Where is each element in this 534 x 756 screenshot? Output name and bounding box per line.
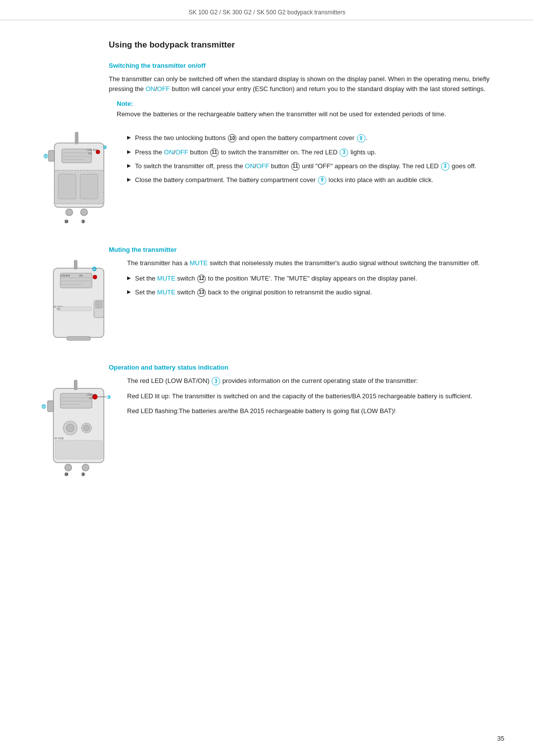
- svg-point-52: [65, 464, 72, 471]
- device-svg-1: ⑪ ③ ⑩ ⑨ LOW BAT ON: [40, 128, 116, 232]
- section1-title: Switching the transmitter on/off: [109, 62, 494, 69]
- svg-rect-33: [74, 260, 77, 269]
- svg-text:⑪: ⑪: [44, 154, 48, 159]
- section3-line1: Red LED lit up: The transmitter is switc…: [127, 391, 494, 401]
- svg-rect-7: [58, 174, 76, 199]
- svg-rect-45: [47, 401, 53, 412]
- section1-intro: The transmitter can only be switched off…: [109, 74, 494, 94]
- device-image-1: ⑪ ③ ⑩ ⑨ LOW BAT ON: [40, 128, 121, 232]
- svg-text:⑩: ⑩: [64, 219, 68, 224]
- main-title: Using the bodypack transmitter: [109, 40, 494, 50]
- arrow-icon: ▶: [127, 134, 131, 142]
- bullet-item: ▶ Press the ON/OFF button 11 to switch t…: [127, 147, 494, 157]
- section3-intro: The red LED (LOW BAT/ON) 3 provides info…: [127, 376, 494, 386]
- num-11b: 11: [291, 162, 300, 171]
- section2-intro: The transmitter has a MUTE switch that n…: [127, 258, 494, 268]
- bullet-item: ▶ Press the two unlocking buttons 10 and…: [127, 133, 494, 143]
- arrow-icon: ▶: [127, 176, 131, 184]
- section3-content: The red LED (LOW BAT/ON) 3 provides info…: [127, 376, 494, 421]
- num-9b: 9: [318, 176, 326, 185]
- bullet-item: ▶ Close the battery compartment. The bat…: [127, 175, 494, 185]
- svg-point-10: [81, 209, 88, 216]
- device-image-2: LOW BAT ON AF PSM ⑬ 50: [40, 258, 121, 350]
- svg-text:ON: ON: [79, 275, 83, 277]
- svg-rect-11: [75, 132, 78, 144]
- note-label: Note:: [117, 100, 494, 107]
- bullet-item: ▶ To switch the transmitter off, press t…: [127, 161, 494, 171]
- section3-line2: Red LED flashing:The batteries are/the B…: [127, 406, 494, 416]
- on-highlight: ON: [145, 85, 155, 93]
- mute-highlight: MUTE: [189, 259, 208, 267]
- note-block: Note: Remove the batteries or the rechar…: [117, 100, 494, 119]
- svg-text:③: ③: [103, 145, 107, 150]
- svg-text:⑪: ⑪: [42, 404, 46, 409]
- bullet-item: ▶ Set the MUTE switch 12 to the position…: [127, 274, 494, 284]
- svg-rect-31: [57, 307, 91, 311]
- note-text: Remove the batteries or the rechargeable…: [117, 109, 494, 119]
- device-svg-3: ③ LOW BAT ON ⑪: [40, 376, 116, 490]
- svg-point-9: [66, 209, 73, 216]
- svg-rect-51: [55, 440, 102, 459]
- svg-text:AF PSM: AF PSM: [54, 437, 64, 440]
- svg-point-53: [82, 464, 89, 471]
- section-muting: Muting the transmitter LOW BAT ON: [109, 246, 494, 350]
- device-svg-2: LOW BAT ON AF PSM ⑬ 50: [40, 258, 116, 350]
- num-3c: 3: [212, 377, 220, 385]
- arrow-icon: ▶: [127, 148, 131, 156]
- arrow-icon: ▶: [127, 274, 131, 282]
- section-switching: Switching the transmitter on/off The tra…: [109, 62, 494, 232]
- section2-content: The transmitter has a MUTE switch that n…: [127, 258, 494, 302]
- section3-title: Operation and battery status indication: [109, 364, 494, 371]
- section-battery: Operation and battery status indication: [109, 364, 494, 490]
- svg-point-26: [93, 275, 97, 279]
- svg-text:⑨: ⑨: [81, 219, 85, 224]
- num-9: 9: [357, 134, 365, 142]
- svg-rect-34: [67, 336, 90, 340]
- bullet-list-1: ▶ Press the two unlocking buttons 10 and…: [127, 133, 494, 185]
- num-10: 10: [228, 134, 236, 142]
- num-11: 11: [210, 148, 219, 157]
- arrow-icon: ▶: [127, 288, 131, 296]
- bullet-item: ▶ Set the MUTE switch 13 back to the ori…: [127, 287, 494, 297]
- svg-text:③: ③: [107, 395, 111, 400]
- svg-text:⑨: ⑨: [81, 472, 85, 477]
- svg-rect-8: [80, 174, 98, 199]
- svg-rect-56: [74, 380, 77, 390]
- num-12: 12: [197, 275, 206, 283]
- page-header: SK 100 G2 / SK 300 G2 / SK 500 G2 bodypa…: [0, 0, 534, 20]
- header-text: SK 100 G2 / SK 300 G2 / SK 500 G2 bodypa…: [189, 9, 346, 16]
- svg-text:⑬: ⑬: [92, 267, 97, 272]
- num-13: 13: [197, 288, 206, 297]
- page-number: 35: [497, 735, 504, 742]
- num-3b: 3: [441, 162, 449, 171]
- svg-text:50: 50: [57, 307, 60, 310]
- svg-rect-5: [48, 150, 54, 161]
- arrow-icon: ▶: [127, 162, 131, 170]
- svg-text:LOW BAT: LOW BAT: [60, 275, 70, 277]
- section1-bullets: ▶ Press the two unlocking buttons 10 and…: [127, 128, 494, 190]
- svg-text:LOW BAT: LOW BAT: [87, 394, 96, 396]
- off-highlight: OFF: [157, 85, 170, 93]
- num-3a: 3: [340, 148, 348, 157]
- svg-text:ON: ON: [88, 152, 92, 155]
- svg-point-50: [84, 425, 89, 431]
- svg-text:ON: ON: [89, 397, 92, 400]
- device-image-3: ③ LOW BAT ON ⑪: [40, 376, 121, 490]
- svg-text:LOW BAT: LOW BAT: [87, 148, 97, 151]
- svg-point-48: [66, 424, 74, 432]
- svg-text:⑩: ⑩: [64, 472, 68, 477]
- section2-title: Muting the transmitter: [109, 246, 494, 253]
- bullet-list-2: ▶ Set the MUTE switch 12 to the position…: [127, 274, 494, 297]
- svg-rect-29: [95, 301, 102, 308]
